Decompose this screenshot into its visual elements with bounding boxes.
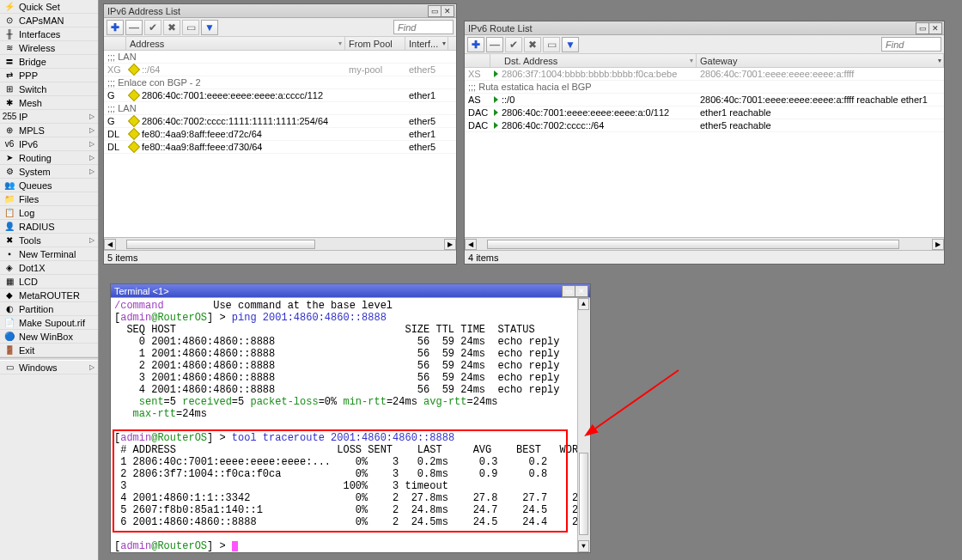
sidebar-item-new-winbox[interactable]: 🔵New WinBox [0, 330, 98, 344]
sidebar-item-interfaces[interactable]: ╫Interfaces [0, 27, 98, 41]
find-input[interactable] [393, 20, 454, 34]
grid-comment-row[interactable]: ;;; Ruta estatica hacia el BGP [465, 81, 944, 94]
filter-button[interactable]: ▼ [562, 37, 579, 52]
col-dst-address[interactable]: Dst. Address [490, 54, 697, 67]
table-row[interactable]: DLfe80::4aa9:8aff:feee:d72c/64ether1 [104, 128, 456, 141]
sidebar-item-partition[interactable]: ◐Partition [0, 302, 98, 316]
cell-flags: DAC [465, 119, 490, 131]
sidebar-item-label: Mesh [19, 98, 94, 108]
table-row[interactable]: G2806:40c:7001:eeee:eeee:eeee:a:cccc/112… [104, 89, 456, 102]
titlebar[interactable]: Terminal <1> ▭ ✕ [111, 284, 590, 298]
titlebar[interactable]: IPv6 Address List ▭ ✕ [104, 4, 456, 18]
find-input[interactable] [881, 37, 941, 52]
terminal-body[interactable]: /command Use command at the base level [… [111, 298, 590, 552]
scroll-right-button[interactable]: ▶ [932, 239, 944, 250]
submenu-arrow-icon: ▷ [89, 154, 94, 161]
vertical-scrollbar[interactable]: ▲ ▼ [577, 298, 590, 552]
sidebar-item-wireless[interactable]: ≋Wireless [0, 41, 98, 55]
enable-button[interactable]: ✔ [505, 37, 522, 52]
route-icon [494, 122, 498, 129]
sidebar-item-label: Tools [19, 235, 89, 246]
scroll-thumb[interactable] [126, 240, 315, 249]
sidebar-item-ppp[interactable]: ⇄PPP [0, 69, 98, 82]
table-row[interactable]: DAC2806:40c:7002:cccc::/64ether5 reachab… [465, 119, 944, 132]
grid-comment-row[interactable]: ;;; Enlace con BGP - 2 [104, 76, 456, 89]
sidebar-item-capsman[interactable]: ⊙CAPsMAN [0, 14, 98, 27]
sidebar-item-tools[interactable]: ✖Tools▷ [0, 234, 98, 247]
grid-comment-row[interactable]: ;;; LAN [104, 102, 456, 115]
table-row[interactable]: XS2806:3f7:1004:bbbb:bbbb:bbbb:f0ca:bebe… [465, 68, 944, 81]
enable-button[interactable]: ✔ [144, 20, 161, 35]
grid-comment-row[interactable]: ;;; LAN [104, 51, 456, 64]
scroll-left-button[interactable]: ◀ [104, 239, 116, 250]
window-detach-button[interactable]: ▭ [916, 22, 929, 34]
col-interface[interactable]: Interf...▾ [405, 37, 448, 50]
sidebar-item-ip[interactable]: 255IP▷ [0, 110, 98, 124]
cell-flags: DL [104, 141, 126, 153]
scroll-down-button[interactable]: ▼ [578, 540, 589, 552]
window-title: Terminal <1> [113, 286, 563, 296]
col-gateway[interactable]: Gateway▾ [697, 54, 944, 67]
submenu-arrow-icon: ▷ [89, 113, 94, 120]
scroll-left-button[interactable]: ◀ [465, 239, 477, 250]
col-from-pool[interactable]: From Pool [345, 37, 405, 50]
horizontal-scrollbar[interactable]: ◀ ▶ [465, 237, 944, 250]
comment-button[interactable]: ▭ [182, 20, 199, 35]
table-row[interactable]: DLfe80::4aa9:8aff:feee:d730/64ether5 [104, 141, 456, 154]
sidebar-item-mesh[interactable]: ✱Mesh [0, 96, 98, 110]
sidebar-item-log[interactable]: 📋Log [0, 206, 98, 220]
window-close-button[interactable]: ✕ [929, 22, 942, 34]
scroll-thumb[interactable] [487, 240, 899, 249]
horizontal-scrollbar[interactable]: ◀ ▶ [104, 237, 456, 250]
sidebar-item-bridge[interactable]: 〓Bridge [0, 55, 98, 69]
filter-button[interactable]: ▼ [201, 20, 218, 35]
table-row[interactable]: G2806:40c:7002:cccc:1111:1111:1111:254/6… [104, 115, 456, 128]
sidebar-item-radius[interactable]: 👤RADIUS [0, 220, 98, 234]
titlebar[interactable]: IPv6 Route List ▭ ✕ [465, 21, 944, 35]
sidebar-icon: ⊙ [3, 15, 15, 27]
disable-button[interactable]: ✖ [163, 20, 180, 35]
cell-flags: G [104, 115, 126, 127]
sidebar-item-system[interactable]: ⚙System▷ [0, 165, 98, 179]
sidebar-item-switch[interactable]: ⊞Switch [0, 82, 98, 96]
disable-button[interactable]: ✖ [524, 37, 541, 52]
table-row[interactable]: AS::/02806:40c:7001:eeee:eeee:eeee:a:fff… [465, 94, 944, 107]
col-flags[interactable] [465, 54, 490, 67]
sidebar-item-quick-set[interactable]: ⚡Quick Set [0, 0, 98, 14]
sidebar-item-ipv6[interactable]: v6IPv6▷ [0, 137, 98, 151]
add-button[interactable]: ✚ [467, 37, 484, 52]
add-button[interactable]: ✚ [107, 20, 124, 35]
scroll-right-button[interactable]: ▶ [444, 239, 456, 250]
toolbar: ✚ — ✔ ✖ ▭ ▼ [104, 18, 456, 37]
window-close-button[interactable]: ✕ [441, 5, 454, 17]
sidebar-icon: ◈ [3, 262, 15, 274]
sidebar-item-files[interactable]: 📁Files [0, 192, 98, 206]
sidebar-item-label: Log [19, 208, 94, 218]
remove-button[interactable]: — [486, 37, 503, 52]
sidebar-item-queues[interactable]: 👥Queues [0, 179, 98, 192]
window-close-button[interactable]: ✕ [575, 285, 588, 297]
table-row[interactable]: DAC2806:40c:7001:eeee:eeee:eeee:a:0/112e… [465, 107, 944, 119]
scroll-up-button[interactable]: ▲ [578, 298, 589, 310]
remove-button[interactable]: — [125, 20, 143, 35]
sidebar-item-label: IP [19, 112, 89, 122]
sidebar-item-exit[interactable]: 🚪Exit [0, 344, 98, 357]
sidebar-item-make-supout.rif[interactable]: 📄Make Supout.rif [0, 316, 98, 330]
sidebar-item-dot1x[interactable]: ◈Dot1X [0, 261, 98, 275]
sidebar-icon: ⇄ [3, 70, 15, 82]
window-detach-button[interactable]: ▭ [428, 5, 441, 17]
sidebar-item-lcd[interactable]: ▦LCD [0, 275, 98, 289]
address-icon [128, 115, 140, 127]
comment-button[interactable]: ▭ [543, 37, 560, 52]
sidebar-item-mpls[interactable]: ⊕MPLS▷ [0, 124, 98, 137]
sidebar-item-label: Switch [19, 84, 94, 94]
sidebar-item-metarouter[interactable]: ◆MetaROUTER [0, 289, 98, 302]
sidebar-item-windows[interactable]: ▭ Windows ▷ [0, 361, 98, 374]
sidebar-item-routing[interactable]: ➤Routing▷ [0, 151, 98, 165]
col-address[interactable]: Address [126, 37, 345, 50]
table-row[interactable]: XG::/64my-poolether5 [104, 64, 456, 76]
window-detach-button[interactable]: ▭ [562, 285, 575, 297]
sidebar-item-new-terminal[interactable]: ▪New Terminal [0, 247, 98, 261]
scroll-thumb[interactable] [579, 453, 588, 535]
col-flags[interactable] [104, 37, 126, 50]
